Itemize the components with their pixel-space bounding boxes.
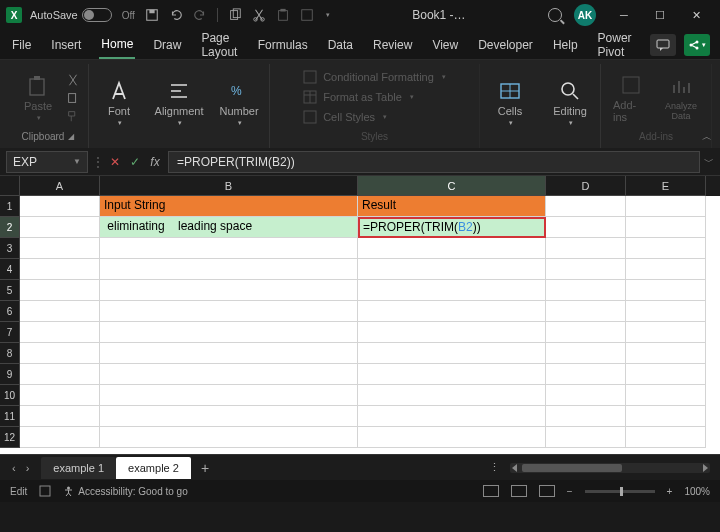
row-header-6[interactable]: 6 bbox=[0, 301, 20, 322]
col-header-A[interactable]: A bbox=[20, 176, 100, 196]
cell-D6[interactable] bbox=[546, 301, 626, 322]
col-header-E[interactable]: E bbox=[626, 176, 706, 196]
tab-file[interactable]: File bbox=[10, 32, 33, 58]
cell-B10[interactable] bbox=[100, 385, 358, 406]
maximize-button[interactable]: ☐ bbox=[642, 1, 678, 29]
row-header-7[interactable]: 7 bbox=[0, 322, 20, 343]
row-header-8[interactable]: 8 bbox=[0, 343, 20, 364]
save-icon[interactable] bbox=[145, 8, 159, 22]
sheet-prev-icon[interactable]: ‹ bbox=[12, 462, 16, 474]
add-sheet-button[interactable]: + bbox=[191, 460, 219, 476]
tab-view[interactable]: View bbox=[430, 32, 460, 58]
cell-C5[interactable] bbox=[358, 280, 546, 301]
tab-data[interactable]: Data bbox=[326, 32, 355, 58]
cells-button[interactable]: Cells ▾ bbox=[488, 77, 532, 129]
copy-mini-icon[interactable] bbox=[66, 91, 80, 105]
cell-C3[interactable] bbox=[358, 238, 546, 259]
select-all-corner[interactable] bbox=[0, 176, 20, 196]
cell-E5[interactable] bbox=[626, 280, 706, 301]
collapse-ribbon-icon[interactable]: ︿ bbox=[702, 130, 712, 144]
cell-A7[interactable] bbox=[20, 322, 100, 343]
name-box[interactable]: EXP ▼ bbox=[6, 151, 88, 173]
tab-formulas[interactable]: Formulas bbox=[256, 32, 310, 58]
share-button[interactable]: ▾ bbox=[684, 34, 710, 56]
cell-B1[interactable]: Input String bbox=[100, 196, 358, 217]
cell-E2[interactable] bbox=[626, 217, 706, 238]
formula-input[interactable]: =PROPER(TRIM(B2)) bbox=[168, 151, 700, 173]
redo-icon[interactable] bbox=[193, 8, 207, 22]
cell-B2[interactable]: eliminating leading space bbox=[100, 217, 358, 238]
number-button[interactable]: % Number ▾ bbox=[217, 77, 261, 129]
cell-C11[interactable] bbox=[358, 406, 546, 427]
cell-E7[interactable] bbox=[626, 322, 706, 343]
cell-A5[interactable] bbox=[20, 280, 100, 301]
cell-E1[interactable] bbox=[626, 196, 706, 217]
cancel-formula-button[interactable]: ✕ bbox=[106, 153, 124, 171]
cell-A8[interactable] bbox=[20, 343, 100, 364]
format-painter-icon[interactable] bbox=[66, 109, 80, 123]
tab-draw[interactable]: Draw bbox=[151, 32, 183, 58]
tab-insert[interactable]: Insert bbox=[49, 32, 83, 58]
cell-B4[interactable] bbox=[100, 259, 358, 280]
cell-D7[interactable] bbox=[546, 322, 626, 343]
cell-C6[interactable] bbox=[358, 301, 546, 322]
cell-D4[interactable] bbox=[546, 259, 626, 280]
zoom-level[interactable]: 100% bbox=[684, 486, 710, 497]
cell-B8[interactable] bbox=[100, 343, 358, 364]
cell-E4[interactable] bbox=[626, 259, 706, 280]
autosave-toggle[interactable] bbox=[82, 8, 112, 22]
row-header-11[interactable]: 11 bbox=[0, 406, 20, 427]
font-button[interactable]: Font ▾ bbox=[97, 77, 141, 129]
comments-button[interactable] bbox=[650, 34, 676, 56]
user-avatar[interactable]: AK bbox=[574, 4, 596, 26]
tab-home[interactable]: Home bbox=[99, 31, 135, 59]
cell-E3[interactable] bbox=[626, 238, 706, 259]
clipboard-launcher-icon[interactable]: ◢ bbox=[68, 132, 74, 141]
cell-D3[interactable] bbox=[546, 238, 626, 259]
zoom-slider[interactable] bbox=[585, 490, 655, 493]
cut-mini-icon[interactable] bbox=[66, 73, 80, 87]
cell-C9[interactable] bbox=[358, 364, 546, 385]
cell-A6[interactable] bbox=[20, 301, 100, 322]
close-button[interactable]: ✕ bbox=[678, 1, 714, 29]
cell-D2[interactable] bbox=[546, 217, 626, 238]
cell-B5[interactable] bbox=[100, 280, 358, 301]
cell-C8[interactable] bbox=[358, 343, 546, 364]
undo-icon[interactable] bbox=[169, 8, 183, 22]
cell-A1[interactable] bbox=[20, 196, 100, 217]
cell-D9[interactable] bbox=[546, 364, 626, 385]
cell-C12[interactable] bbox=[358, 427, 546, 448]
row-header-9[interactable]: 9 bbox=[0, 364, 20, 385]
cell-A11[interactable] bbox=[20, 406, 100, 427]
addins-button[interactable]: Add-ins bbox=[609, 71, 653, 125]
cell-C1[interactable]: Result bbox=[358, 196, 546, 217]
copy-icon[interactable] bbox=[228, 8, 242, 22]
cell-A4[interactable] bbox=[20, 259, 100, 280]
cell-D8[interactable] bbox=[546, 343, 626, 364]
enter-formula-button[interactable]: ✓ bbox=[126, 153, 144, 171]
cell-E6[interactable] bbox=[626, 301, 706, 322]
row-header-2[interactable]: 2 bbox=[0, 217, 20, 238]
conditional-formatting-button[interactable]: Conditional Formatting▾ bbox=[303, 70, 446, 84]
row-header-3[interactable]: 3 bbox=[0, 238, 20, 259]
cell-styles-button[interactable]: Cell Styles▾ bbox=[303, 110, 387, 124]
cell-D10[interactable] bbox=[546, 385, 626, 406]
cell-B7[interactable] bbox=[100, 322, 358, 343]
page-layout-view-button[interactable] bbox=[511, 485, 527, 497]
cell-B11[interactable] bbox=[100, 406, 358, 427]
cell-E9[interactable] bbox=[626, 364, 706, 385]
cell-D11[interactable] bbox=[546, 406, 626, 427]
sheet-tab-example-1[interactable]: example 1 bbox=[41, 457, 116, 479]
cell-A12[interactable] bbox=[20, 427, 100, 448]
cells-area[interactable]: Input StringResult eliminating leading s… bbox=[20, 196, 720, 454]
cell-C7[interactable] bbox=[358, 322, 546, 343]
tab-power-pivot[interactable]: Power Pivot bbox=[596, 25, 634, 65]
tab-developer[interactable]: Developer bbox=[476, 32, 535, 58]
paste-qat-icon[interactable] bbox=[276, 8, 290, 22]
cell-C4[interactable] bbox=[358, 259, 546, 280]
cell-C2[interactable]: =PROPER(TRIM(B2)) bbox=[358, 217, 546, 238]
insert-function-button[interactable]: fx bbox=[146, 153, 164, 171]
cell-E8[interactable] bbox=[626, 343, 706, 364]
col-header-D[interactable]: D bbox=[546, 176, 626, 196]
accessibility-status[interactable]: Accessibility: Good to go bbox=[63, 486, 188, 497]
